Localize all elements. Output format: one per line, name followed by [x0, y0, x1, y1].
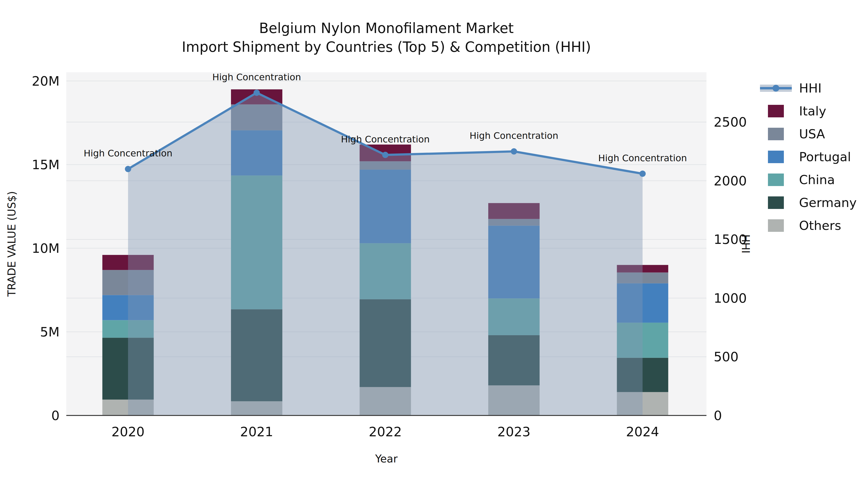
legend-label-usa: USA: [799, 127, 825, 141]
ytick-left-20M: 20M: [32, 73, 60, 89]
color-swatch: [768, 151, 784, 163]
ytick-right-2000: 2000: [714, 173, 747, 189]
legend-item-hhi: HHI: [760, 77, 857, 100]
legend-item-china: China: [760, 168, 857, 191]
hhi-marker-icon: [773, 85, 779, 92]
ytick-right-2500: 2500: [714, 115, 747, 130]
legend-hhi-line-icon: [760, 82, 792, 94]
chart-page: Belgium Nylon Monofilament Market Import…: [0, 0, 868, 488]
xtick-2024: 2024: [626, 424, 659, 439]
legend-swatch-usa: [760, 128, 792, 140]
legend-item-italy: Italy: [760, 100, 857, 123]
combo-chart-plot: High ConcentrationHigh ConcentrationHigh…: [0, 0, 868, 488]
legend-swatch-others: [760, 219, 792, 232]
legend-swatch-portugal: [760, 151, 792, 163]
annotation-2020: High Concentration: [84, 148, 173, 159]
annotation-2021: High Concentration: [212, 72, 301, 83]
hhi-marker-2023: [511, 148, 517, 155]
legend-label-others: Others: [799, 218, 841, 233]
ytick-right-1000: 1000: [714, 291, 747, 306]
hhi-marker-2024: [640, 171, 646, 177]
legend-item-usa: USA: [760, 123, 857, 145]
legend-label-china: China: [799, 172, 835, 187]
hhi-marker-2020: [125, 166, 131, 172]
color-swatch: [768, 105, 784, 117]
color-swatch: [768, 128, 784, 140]
legend-item-germany: Germany: [760, 191, 857, 214]
legend-swatch-china: [760, 173, 792, 186]
color-swatch: [768, 219, 784, 232]
ytick-left-10M: 10M: [32, 241, 60, 256]
color-swatch: [768, 173, 784, 186]
legend-label-portugal: Portugal: [799, 150, 851, 164]
ytick-right-500: 500: [714, 349, 739, 364]
xtick-2020: 2020: [112, 424, 145, 439]
ytick-left-15M: 15M: [32, 157, 60, 172]
xtick-2023: 2023: [497, 424, 530, 439]
ytick-left-5M: 5M: [40, 324, 60, 339]
hhi-marker-2022: [382, 152, 389, 158]
legend-label-germany: Germany: [799, 195, 857, 210]
ytick-right-1500: 1500: [714, 232, 747, 247]
hhi-marker-2021: [254, 90, 260, 96]
legend-label-italy: Italy: [799, 104, 826, 118]
annotation-2023: High Concentration: [469, 130, 558, 141]
annotation-2024: High Concentration: [598, 153, 687, 163]
xtick-2022: 2022: [369, 424, 402, 439]
xtick-2021: 2021: [240, 424, 273, 439]
legend-item-portugal: Portugal: [760, 145, 857, 168]
color-swatch: [768, 196, 784, 209]
legend-label-hhi: HHI: [799, 81, 822, 95]
ytick-right-0: 0: [714, 408, 722, 423]
legend-swatch-germany: [760, 196, 792, 209]
legend-item-others: Others: [760, 214, 857, 237]
legend-swatch-italy: [760, 105, 792, 117]
annotation-2022: High Concentration: [341, 134, 430, 144]
ytick-left-0: 0: [51, 408, 60, 423]
legend: HHIItalyUSAPortugalChinaGermanyOthers: [760, 77, 857, 237]
